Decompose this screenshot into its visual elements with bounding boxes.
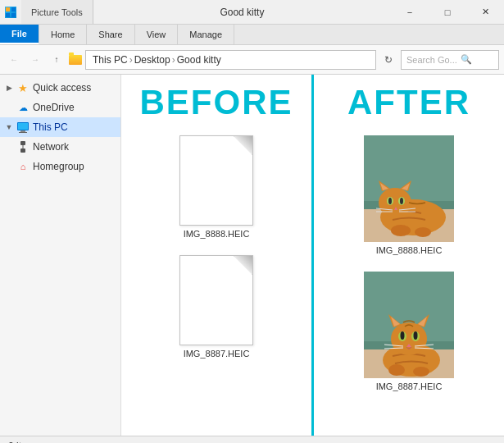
cat-thumb-1 — [364, 135, 454, 242]
title-bar-left — [0, 0, 21, 24]
address-path[interactable]: This PC › Desktop › Good kitty — [85, 50, 376, 70]
nav-back-button[interactable]: ← — [5, 51, 23, 69]
svg-rect-2 — [6, 13, 10, 17]
pc-icon — [16, 121, 30, 134]
maximize-button[interactable]: □ — [429, 0, 466, 25]
file-item-1[interactable]: IMG_8888.HEIC — [179, 135, 253, 239]
tab-file[interactable]: File — [0, 25, 39, 44]
picture-tools-label: Picture Tools — [21, 0, 93, 24]
address-bar: ← → ↑ This PC › Desktop › Good kitty ↻ S… — [0, 45, 504, 75]
path-part-goodkitty: Good kitty — [177, 54, 221, 66]
before-panel: BEFORE IMG_8888.HEIC IMG_8887.HEIC — [121, 75, 314, 436]
sidebar: ▶ ★ Quick access ☁ OneDrive ▼ This PC — [0, 75, 121, 436]
path-part-desktop: Desktop — [134, 54, 170, 66]
svg-rect-1 — [11, 7, 16, 11]
search-icon: 🔍 — [461, 54, 472, 65]
ribbon: File Home Share View Manage — [0, 25, 504, 45]
svg-point-35 — [391, 322, 427, 355]
svg-point-42 — [401, 331, 405, 340]
title-bar: Picture Tools Good kitty − □ ✕ — [0, 0, 504, 25]
sidebar-item-quickaccess[interactable]: ▶ ★ Quick access — [0, 78, 120, 98]
svg-rect-3 — [11, 13, 16, 17]
search-placeholder: Search Go... — [406, 55, 457, 65]
minimize-button[interactable]: − — [391, 0, 429, 25]
sidebar-label-network: Network — [33, 141, 69, 153]
svg-rect-5 — [18, 123, 28, 130]
cat-item-1[interactable]: IMG_8888.HEIC — [364, 135, 454, 255]
sidebar-item-homegroup[interactable]: ⌂ Homegroup — [0, 157, 120, 176]
network-icon — [16, 140, 30, 153]
file-name-1: IMG_8888.HEIC — [184, 229, 250, 239]
refresh-button[interactable]: ↻ — [379, 51, 397, 69]
sidebar-item-thispc[interactable]: ▼ This PC — [0, 117, 120, 137]
svg-point-29 — [391, 225, 411, 236]
main-area: ▶ ★ Quick access ☁ OneDrive ▼ This PC — [0, 75, 504, 436]
file-item-2[interactable]: IMG_8887.HEIC — [179, 255, 253, 359]
path-sep-1: › — [129, 54, 133, 66]
sidebar-item-onedrive[interactable]: ☁ OneDrive — [0, 98, 120, 117]
cloud-icon: ☁ — [16, 101, 30, 114]
tab-home[interactable]: Home — [39, 25, 87, 44]
svg-rect-6 — [20, 130, 25, 132]
after-header: AFTER — [347, 83, 470, 122]
window-icon — [5, 7, 16, 18]
svg-rect-7 — [19, 132, 27, 133]
folder-icon — [69, 53, 82, 66]
content-area: BEFORE IMG_8888.HEIC IMG_8887.HEIC AFTER — [121, 75, 504, 436]
after-panel: AFTER — [314, 75, 504, 436]
cat-file-name-1: IMG_8888.HEIC — [376, 245, 443, 255]
sidebar-item-network[interactable]: Network — [0, 137, 120, 157]
expand-arrow-icon: ▼ — [5, 123, 13, 131]
status-bar: 2 items — [0, 436, 504, 443]
svg-point-22 — [388, 198, 392, 204]
tab-manage[interactable]: Manage — [178, 25, 234, 44]
path-sep-2: › — [172, 54, 175, 66]
star-icon: ★ — [16, 81, 30, 94]
svg-point-30 — [415, 227, 431, 237]
tab-view[interactable]: View — [135, 25, 179, 44]
search-box[interactable]: Search Go... 🔍 — [401, 50, 499, 70]
path-part-thispc: This PC — [93, 54, 128, 66]
before-header: BEFORE — [139, 83, 293, 122]
svg-point-43 — [414, 331, 418, 340]
nav-forward-button[interactable]: → — [26, 51, 44, 69]
window-title: Good kitty — [93, 0, 391, 24]
svg-point-23 — [400, 198, 403, 204]
cat-thumb-2 — [364, 272, 454, 378]
sidebar-label-quickaccess: Quick access — [33, 82, 91, 94]
svg-rect-12 — [364, 135, 454, 201]
file-name-2: IMG_8887.HEIC — [184, 349, 250, 359]
sidebar-label-onedrive: OneDrive — [33, 102, 75, 113]
close-button[interactable]: ✕ — [466, 0, 504, 25]
expand-icon: ▶ — [5, 84, 13, 92]
nav-up-button[interactable]: ↑ — [48, 51, 66, 69]
home-icon: ⌂ — [16, 160, 30, 173]
svg-point-15 — [379, 188, 411, 217]
ribbon-tabs: File Home Share View Manage — [0, 25, 504, 44]
cat-item-2[interactable]: IMG_8887.HEIC — [364, 272, 454, 391]
svg-rect-8 — [20, 141, 25, 145]
window-controls[interactable]: − □ ✕ — [391, 0, 504, 24]
status-text: 2 items — [8, 441, 40, 444]
svg-point-50 — [413, 367, 429, 377]
svg-rect-0 — [6, 7, 10, 11]
svg-point-49 — [388, 364, 405, 376]
tab-share[interactable]: Share — [87, 25, 134, 44]
sidebar-label-thispc: This PC — [33, 121, 68, 133]
file-icon-2 — [179, 255, 253, 345]
sidebar-label-homegroup: Homegroup — [33, 161, 84, 172]
cat-file-name-2: IMG_8887.HEIC — [376, 381, 443, 391]
file-icon-1 — [179, 135, 253, 226]
svg-rect-9 — [20, 148, 25, 153]
